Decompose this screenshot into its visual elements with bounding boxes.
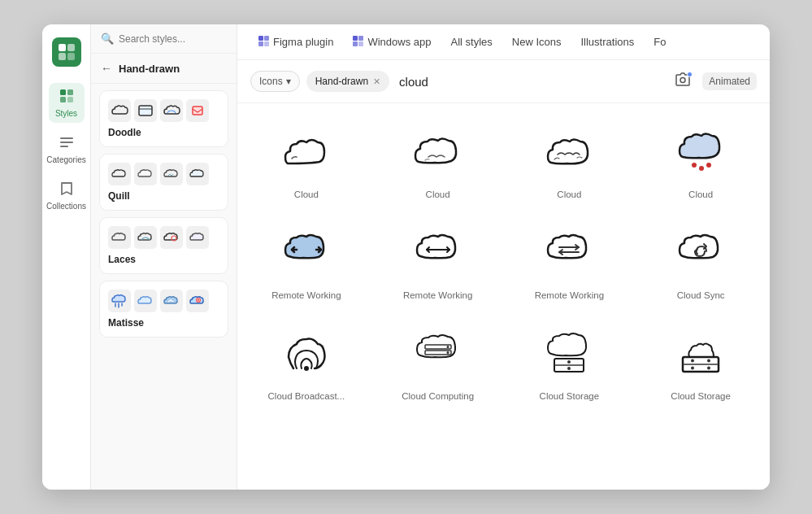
- style-card-matisse[interactable]: Matisse: [99, 281, 228, 338]
- style-card-laces[interactable]: Laces: [99, 217, 228, 274]
- icon-cell-cloud4[interactable]: Cloud: [638, 113, 763, 207]
- doodle-thumb-3: [160, 99, 183, 122]
- style-card-quill[interactable]: Quill: [99, 154, 228, 211]
- nav-all-styles[interactable]: All styles: [442, 31, 500, 53]
- cloud1-image: [277, 124, 336, 183]
- cloud3-image: [540, 124, 598, 183]
- sidebar-item-styles[interactable]: Styles: [49, 83, 85, 123]
- hand-drawn-filter-chip[interactable]: Hand-drawn ✕: [306, 71, 389, 92]
- cloud3-label: Cloud: [557, 189, 581, 199]
- doodle-thumb-2: [134, 99, 157, 122]
- hand-drawn-chip-close[interactable]: ✕: [373, 76, 380, 87]
- svg-rect-4: [60, 89, 66, 95]
- svg-rect-0: [59, 44, 66, 51]
- icon-cell-cloud1[interactable]: Cloud: [244, 113, 369, 207]
- svg-rect-7: [67, 97, 73, 102]
- laces-name: Laces: [108, 254, 219, 265]
- style-card-doodle[interactable]: Doodle: [99, 90, 228, 147]
- svg-point-31: [699, 166, 704, 171]
- windows-icon: [353, 36, 363, 49]
- figma-icon: [258, 36, 269, 49]
- icons-filter-chip[interactable]: Icons ▾: [250, 71, 300, 92]
- icon-cell-cloud-computing[interactable]: Cloud Computing: [376, 315, 501, 409]
- remote1-image: [277, 225, 336, 284]
- main-window: Styles Categories Collections 🔍: [42, 24, 770, 490]
- filter-bar: Icons ▾ Hand-drawn ✕ cloud Animated: [237, 60, 770, 103]
- cloud-computing-label: Cloud Computing: [402, 391, 474, 401]
- hand-drawn-chip-label: Hand-drawn: [315, 76, 368, 87]
- categories-icon: [59, 134, 75, 153]
- svg-rect-24: [264, 41, 269, 46]
- collections-icon: [59, 181, 75, 199]
- search-icon: 🔍: [101, 33, 114, 45]
- svg-point-40: [567, 360, 571, 364]
- nav-windows-app[interactable]: Windows app: [345, 31, 439, 54]
- icon-cell-cloud3[interactable]: Cloud: [507, 113, 632, 207]
- svg-rect-13: [193, 107, 202, 115]
- sidebar-item-categories[interactable]: Categories: [49, 129, 85, 169]
- icons-grid-area: Cloud Cloud: [237, 103, 770, 490]
- matisse-thumb-1: [108, 290, 131, 312]
- logo[interactable]: [52, 37, 81, 67]
- icon-cell-remote2[interactable]: Remote Working: [376, 214, 501, 308]
- camera-dot-indicator: [687, 72, 693, 77]
- icon-cell-cloud2[interactable]: Cloud: [376, 113, 501, 207]
- back-button[interactable]: ←: [101, 62, 112, 75]
- quill-thumb-2: [134, 163, 157, 185]
- animated-tag[interactable]: Animated: [702, 72, 757, 90]
- more-label: Fo: [654, 36, 666, 48]
- svg-rect-2: [59, 53, 66, 60]
- icon-cell-remote3[interactable]: Remote Working: [507, 214, 632, 308]
- figma-plugin-label: Figma plugin: [273, 36, 333, 48]
- nav-more[interactable]: Fo: [645, 31, 674, 53]
- svg-rect-21: [258, 36, 263, 41]
- svg-point-45: [707, 359, 710, 363]
- svg-point-30: [692, 163, 697, 168]
- search-input[interactable]: [119, 33, 227, 45]
- doodle-thumb-1: [108, 99, 131, 122]
- illustrations-label: Illustrations: [580, 36, 634, 48]
- svg-rect-6: [60, 97, 66, 102]
- sidebar-item-collections[interactable]: Collections: [49, 176, 85, 216]
- svg-rect-27: [353, 41, 358, 46]
- cloud-storage1-label: Cloud Storage: [540, 391, 600, 401]
- remote3-image: [540, 225, 598, 284]
- styles-label: Styles: [55, 109, 77, 118]
- cloud4-label: Cloud: [688, 189, 713, 199]
- styles-icon: [59, 88, 75, 107]
- remote3-label: Remote Working: [535, 290, 604, 300]
- icon-cell-cloud-sync[interactable]: Cloud Sync: [638, 214, 763, 308]
- cloud-storage2-label: Cloud Storage: [671, 391, 731, 401]
- categories-label: Categories: [46, 155, 85, 164]
- doodle-name: Doodle: [108, 127, 219, 138]
- icons-grid: Cloud Cloud: [244, 113, 763, 409]
- nav-new-icons[interactable]: New Icons: [504, 31, 570, 53]
- quill-thumb-1: [108, 163, 131, 185]
- svg-rect-1: [67, 44, 75, 51]
- laces-icons-row: [108, 226, 219, 249]
- styles-list: Doodle: [91, 84, 237, 490]
- svg-rect-26: [358, 36, 363, 41]
- svg-rect-22: [264, 36, 269, 41]
- svg-point-46: [691, 367, 694, 370]
- quill-thumb-4: [186, 163, 209, 185]
- laces-thumb-4: [186, 226, 209, 249]
- remote2-image: [409, 225, 467, 284]
- all-styles-label: All styles: [450, 36, 492, 48]
- cloud2-image: [409, 124, 467, 183]
- nav-figma-plugin[interactable]: Figma plugin: [250, 31, 341, 54]
- svg-point-44: [691, 359, 694, 363]
- camera-button[interactable]: [670, 68, 696, 94]
- nav-illustrations[interactable]: Illustrations: [572, 31, 642, 53]
- svg-point-36: [446, 346, 449, 348]
- quill-icons-row: [108, 163, 219, 185]
- search-query-text: cloud: [399, 75, 428, 89]
- panel-header: ← Hand-drawn: [91, 54, 237, 84]
- icon-cell-remote1[interactable]: Remote Working: [244, 214, 369, 308]
- icon-cell-cloud-broadcast[interactable]: Cloud Broadcast...: [244, 315, 369, 409]
- svg-point-41: [567, 367, 571, 370]
- icon-cell-cloud-storage2[interactable]: Cloud Storage: [638, 315, 763, 409]
- matisse-thumb-3: [160, 290, 183, 312]
- icon-cell-cloud-storage1[interactable]: Cloud Storage: [507, 315, 632, 409]
- laces-thumb-2: [134, 226, 157, 249]
